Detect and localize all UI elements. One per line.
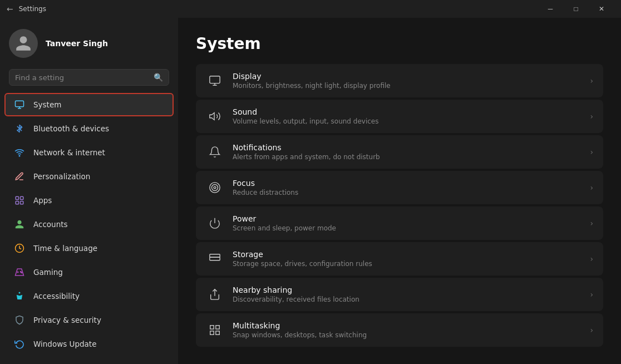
minimize-button[interactable]: ─ (538, 0, 563, 18)
svg-rect-27 (216, 326, 219, 329)
sidebar-item-bluetooth[interactable]: Bluetooth & devices (4, 117, 174, 140)
settings-text-storage: Storage Storage space, drives, configura… (233, 250, 581, 268)
sidebar-item-personalization[interactable]: Personalization (4, 165, 174, 188)
sidebar-item-gaming[interactable]: Gaming (4, 260, 174, 284)
settings-desc-multitasking: Snap windows, desktops, task switching (233, 331, 581, 339)
settings-desc-sound: Volume levels, output, input, sound devi… (233, 117, 581, 125)
settings-item-focus[interactable]: Focus Reduce distractions › (196, 171, 603, 204)
main-content: System Display Monitors, brightness, nig… (178, 18, 621, 364)
sidebar-item-apps[interactable]: Apps (4, 189, 174, 212)
settings-title-storage: Storage (233, 250, 581, 259)
settings-item-multitasking[interactable]: Multitasking Snap windows, desktops, tas… (196, 313, 603, 347)
svg-rect-7 (21, 201, 23, 204)
search-icon: 🔍 (154, 73, 163, 82)
title-bar-left: ← Settings (7, 4, 46, 13)
sidebar-item-privacy[interactable]: Privacy & security (4, 308, 174, 332)
settings-item-nearby[interactable]: Nearby sharing Discoverability, received… (196, 278, 603, 311)
nav-label-time: Time & language (33, 244, 97, 253)
settings-text-multitasking: Multitasking Snap windows, desktops, tas… (233, 321, 581, 339)
sidebar-item-accounts[interactable]: Accounts (4, 213, 174, 236)
settings-desc-display: Monitors, brightness, night light, displ… (233, 82, 581, 90)
search-container: 🔍 (0, 67, 178, 92)
svg-rect-0 (16, 101, 24, 107)
nav-icon-time (13, 242, 26, 254)
avatar (9, 29, 38, 58)
settings-icon-nearby (206, 286, 224, 303)
nav-icon-personalization (13, 170, 26, 183)
settings-icon-storage (206, 250, 224, 268)
svg-point-20 (214, 186, 216, 189)
nav-list: System Bluetooth & devices Network & int… (0, 92, 178, 356)
nav-label-gaming: Gaming (33, 268, 63, 277)
settings-text-focus: Focus Reduce distractions (233, 179, 581, 196)
settings-title-nearby: Nearby sharing (233, 286, 581, 294)
nav-icon-apps (13, 194, 26, 206)
svg-rect-14 (210, 76, 220, 83)
nav-icon-update (13, 338, 26, 350)
avatar-icon (14, 35, 32, 52)
nav-label-accessibility: Accessibility (33, 292, 80, 301)
svg-rect-28 (210, 331, 214, 335)
chevron-icon-power: › (590, 219, 593, 228)
chevron-icon-focus: › (590, 183, 593, 192)
svg-rect-23 (210, 254, 220, 258)
nav-icon-bluetooth (13, 122, 26, 135)
sidebar: Tanveer Singh 🔍 System Bluetooth & devic… (0, 18, 178, 364)
settings-icon-display (206, 72, 224, 90)
settings-text-sound: Sound Volume levels, output, input, soun… (233, 107, 581, 125)
chevron-icon-display: › (590, 76, 593, 85)
page-title: System (196, 35, 603, 53)
nav-icon-accounts (13, 218, 26, 230)
settings-title-power: Power (233, 214, 581, 223)
nav-icon-system (13, 99, 26, 111)
svg-marker-17 (210, 113, 214, 120)
chevron-icon-notifications: › (590, 147, 593, 156)
chevron-icon-sound: › (590, 112, 593, 121)
settings-item-notifications[interactable]: Notifications Alerts from apps and syste… (196, 135, 603, 169)
svg-rect-22 (210, 257, 220, 260)
nav-label-update: Windows Update (33, 340, 96, 348)
title-bar: ← Settings ─ □ ✕ (0, 0, 621, 18)
svg-rect-29 (216, 331, 219, 335)
nav-label-accounts: Accounts (33, 220, 68, 229)
settings-icon-focus (206, 179, 224, 196)
user-name: Tanveer Singh (46, 39, 108, 48)
nav-icon-privacy (13, 314, 26, 326)
search-input[interactable] (15, 73, 149, 82)
settings-item-storage[interactable]: Storage Storage space, drives, configura… (196, 242, 603, 276)
svg-point-18 (210, 183, 220, 193)
chevron-icon-nearby: › (590, 290, 593, 299)
close-button[interactable]: ✕ (589, 0, 614, 18)
settings-title-sound: Sound (233, 107, 581, 116)
svg-rect-26 (210, 326, 214, 329)
svg-point-3 (19, 155, 20, 156)
settings-title-multitasking: Multitasking (233, 321, 581, 330)
sidebar-item-system[interactable]: System (4, 93, 174, 116)
svg-rect-4 (16, 196, 18, 199)
settings-item-sound[interactable]: Sound Volume levels, output, input, soun… (196, 100, 603, 133)
nav-label-network: Network & internet (33, 148, 105, 157)
settings-text-nearby: Nearby sharing Discoverability, received… (233, 286, 581, 303)
sidebar-item-update[interactable]: Windows Update (4, 332, 174, 356)
settings-desc-notifications: Alerts from apps and system, do not dist… (233, 153, 581, 161)
title-bar-title: Settings (19, 5, 46, 13)
settings-text-power: Power Screen and sleep, power mode (233, 214, 581, 232)
settings-item-power[interactable]: Power Screen and sleep, power mode › (196, 206, 603, 240)
sidebar-item-accessibility[interactable]: Accessibility (4, 284, 174, 308)
svg-point-13 (19, 292, 21, 294)
user-profile[interactable]: Tanveer Singh (0, 18, 178, 67)
svg-point-19 (212, 185, 218, 191)
nav-label-system: System (33, 100, 61, 109)
sidebar-item-time[interactable]: Time & language (4, 237, 174, 260)
settings-title-focus: Focus (233, 179, 581, 188)
chevron-icon-storage: › (590, 254, 593, 263)
settings-icon-sound (206, 107, 224, 125)
maximize-button[interactable]: □ (563, 0, 589, 18)
settings-item-display[interactable]: Display Monitors, brightness, night ligh… (196, 64, 603, 97)
sidebar-item-network[interactable]: Network & internet (4, 141, 174, 164)
settings-icon-notifications (206, 143, 224, 161)
settings-desc-nearby: Discoverability, received files location (233, 296, 581, 303)
settings-title-display: Display (233, 72, 581, 81)
app-body: Tanveer Singh 🔍 System Bluetooth & devic… (0, 18, 621, 364)
back-icon[interactable]: ← (7, 4, 13, 13)
